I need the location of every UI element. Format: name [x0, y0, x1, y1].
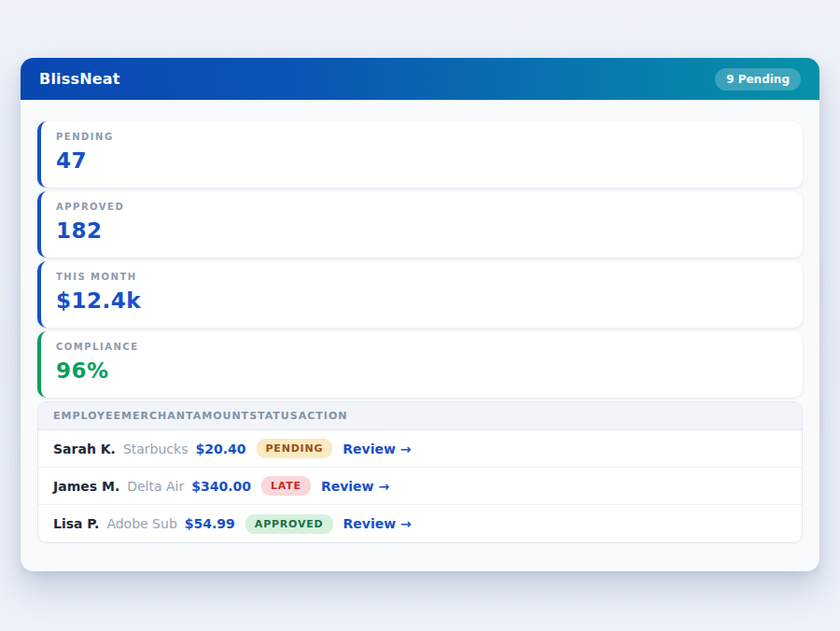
col-header-action: ACTION [299, 410, 348, 422]
table-row: Sarah K. Starbucks $20.40 PENDING Review… [38, 430, 802, 468]
stat-label: THIS MONTH [56, 272, 788, 282]
stat-value: 182 [56, 218, 788, 243]
col-header-status: STATUS [249, 410, 299, 422]
review-link[interactable]: Review → [321, 479, 389, 494]
stat-value: $12.4k [56, 288, 788, 313]
stat-label: PENDING [56, 132, 788, 142]
pending-count-badge: 9 Pending [715, 68, 801, 91]
employee-name: James M. [53, 479, 119, 494]
status-badge: PENDING [257, 439, 333, 458]
app-header: BlissNeat 9 Pending [21, 58, 819, 100]
stat-value: 47 [56, 148, 788, 173]
amount-value: $20.40 [195, 442, 245, 456]
table-row: Lisa P. Adobe Sub $54.99 APPROVED Review… [38, 505, 802, 542]
table-row: James M. Delta Air $340.00 LATE Review → [38, 468, 802, 505]
col-header-amount: AMOUNT [193, 410, 249, 422]
merchant-name: Adobe Sub [106, 516, 176, 531]
stat-card-compliance: COMPLIANCE 96% [37, 331, 803, 398]
stat-value: 96% [56, 358, 788, 383]
stat-label: COMPLIANCE [56, 342, 788, 352]
table-header-row: EMPLOYEEMERCHANTAMOUNTSTATUSACTION [38, 402, 802, 430]
stat-card-pending: PENDING 47 [37, 121, 803, 188]
merchant-name: Delta Air [127, 479, 184, 494]
employee-name: Lisa P. [53, 516, 99, 531]
expenses-table: EMPLOYEEMERCHANTAMOUNTSTATUSACTION Sarah… [37, 401, 803, 543]
review-link[interactable]: Review → [343, 516, 412, 531]
stat-card-approved: APPROVED 182 [37, 191, 803, 258]
amount-value: $54.99 [185, 516, 235, 531]
col-header-merchant: MERCHANT [121, 410, 193, 422]
review-link[interactable]: Review → [343, 442, 411, 456]
amount-value: $340.00 [191, 479, 251, 494]
stat-label: APPROVED [56, 202, 788, 212]
merchant-name: Starbucks [123, 442, 189, 456]
employee-name: Sarah K. [53, 442, 116, 456]
stat-card-this-month: THIS MONTH $12.4k [37, 261, 803, 328]
status-badge: APPROVED [245, 514, 333, 534]
app-title: BlissNeat [39, 70, 120, 88]
app-window: BlissNeat 9 Pending PENDING 47 APPROVED … [21, 58, 819, 571]
app-body: PENDING 47 APPROVED 182 THIS MONTH $12.4… [21, 100, 819, 560]
col-header-employee: EMPLOYEE [53, 410, 121, 422]
status-badge: LATE [261, 476, 311, 496]
